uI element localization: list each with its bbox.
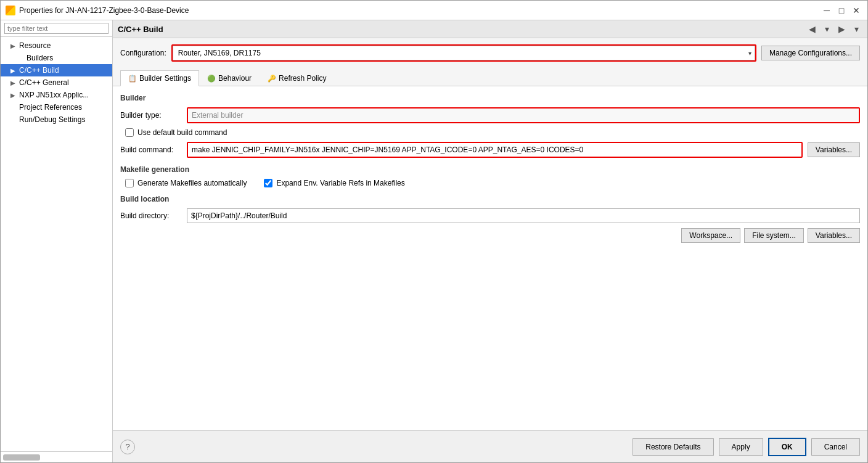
sidebar-item-run-debug[interactable]: Run/Debug Settings (1, 113, 112, 126)
sidebar: ▶ Resource Builders ▶ C/C++ Build ▶ C/C+… (1, 20, 113, 462)
dropdown-button[interactable]: ▾ (821, 23, 833, 35)
use-default-label: Use default build command (137, 128, 227, 137)
tab-builder-settings[interactable]: 📋 Builder Settings (120, 70, 199, 86)
build-location-variables-button[interactable]: Variables... (808, 228, 860, 243)
back-button[interactable]: ◀ (806, 23, 818, 35)
makefile-section-header: Makefile generation (120, 165, 860, 174)
build-location-header: Build location (120, 195, 860, 203)
sidebar-item-label: Builders (27, 54, 53, 62)
search-input[interactable] (4, 23, 108, 34)
panel-title: C/C++ Build (118, 25, 163, 34)
app-icon (6, 6, 15, 15)
sidebar-item-label: C/C++ General (19, 78, 69, 87)
bottom-left: ? (120, 440, 628, 454)
forward-button[interactable]: ▶ (835, 23, 848, 35)
main-window: Properties for JN-AN-1217-Zigbee-3-0-Bas… (0, 0, 868, 463)
panel-title-text: C/C++ Build (118, 25, 163, 34)
generate-makefiles-label: Generate Makefiles automatically (137, 179, 247, 187)
apply-button[interactable]: Apply (719, 438, 763, 456)
config-label: Configuration: (120, 49, 166, 57)
close-button[interactable]: ✕ (850, 4, 862, 17)
builder-section-header: Builder (120, 94, 860, 102)
tab-label: Behaviour (218, 74, 252, 83)
tab-label: Builder Settings (139, 74, 191, 83)
sidebar-items: ▶ Resource Builders ▶ C/C++ Build ▶ C/C+… (1, 37, 112, 451)
refresh-policy-icon: 🔑 (268, 75, 276, 83)
sidebar-item-label: Run/Debug Settings (19, 115, 85, 124)
tab-behaviour[interactable]: 🟢 Behaviour (199, 70, 260, 86)
panel-toolbar: C/C++ Build ◀ ▾ ▶ ▾ (113, 20, 867, 38)
sidebar-item-builders[interactable]: Builders (1, 52, 112, 64)
sidebar-item-cpp-build[interactable]: ▶ C/C++ Build (1, 64, 112, 76)
title-bar: Properties for JN-AN-1217-Zigbee-3-0-Bas… (1, 1, 867, 20)
sidebar-item-label: C/C++ Build (19, 66, 59, 75)
right-panel: C/C++ Build ◀ ▾ ▶ ▾ Configuration: Route… (113, 20, 867, 462)
build-location-buttons: Workspace... File system... Variables... (120, 228, 860, 243)
sidebar-item-label: NXP JN51xx Applic... (19, 91, 89, 99)
cancel-button[interactable]: Cancel (811, 438, 860, 456)
builder-settings-icon: 📋 (128, 75, 137, 83)
build-command-variables-button[interactable]: Variables... (808, 142, 860, 157)
configuration-select[interactable]: Router, JN5169, DR1175 (173, 46, 755, 60)
configuration-row: Configuration: Router, JN5169, DR1175 ▾ … (113, 38, 867, 68)
toolbar-buttons: ◀ ▾ ▶ ▾ (806, 23, 862, 35)
use-default-checkbox-row: Use default build command (125, 128, 860, 137)
main-content: ▶ Resource Builders ▶ C/C++ Build ▶ C/C+… (1, 20, 867, 462)
build-command-row: Build command: Variables... (120, 142, 860, 158)
builder-type-label: Builder type: (120, 111, 182, 120)
tabs-row: 📋 Builder Settings 🟢 Behaviour 🔑 Refresh… (113, 68, 867, 86)
tab-refresh-policy[interactable]: 🔑 Refresh Policy (260, 70, 334, 86)
build-command-input[interactable] (188, 143, 801, 157)
builder-type-select[interactable]: External builder (188, 109, 859, 122)
builder-type-row: Builder type: External builder (120, 107, 860, 123)
arrow-icon: ▶ (10, 43, 17, 49)
help-button[interactable]: ? (120, 440, 135, 454)
restore-defaults-button[interactable]: Restore Defaults (633, 438, 713, 456)
arrow-icon: ▶ (10, 67, 17, 74)
expand-refs-label: Expand Env. Variable Refs in Makefiles (276, 179, 404, 187)
title-bar-controls: ─ □ ✕ (821, 4, 862, 17)
sidebar-scrollbar[interactable] (1, 451, 112, 462)
arrow-icon: ▶ (10, 92, 17, 99)
build-command-label: Build command: (120, 145, 182, 154)
build-dir-label: Build directory: (120, 211, 182, 220)
workspace-button[interactable]: Workspace... (681, 228, 740, 243)
sidebar-item-nxp[interactable]: ▶ NXP JN51xx Applic... (1, 89, 112, 101)
build-command-wrapper (187, 142, 803, 158)
arrow-icon: ▶ (10, 80, 17, 86)
expand-refs-checkbox[interactable] (264, 179, 272, 187)
sidebar-item-cpp-general[interactable]: ▶ C/C++ General (1, 76, 112, 89)
generate-makefiles-checkbox[interactable] (125, 179, 134, 187)
build-dir-input[interactable] (187, 208, 860, 223)
minimize-button[interactable]: ─ (821, 4, 833, 17)
ok-button[interactable]: OK (768, 438, 806, 456)
behaviour-icon: 🟢 (207, 75, 216, 83)
restore-button[interactable]: □ (835, 4, 848, 17)
manage-configurations-button[interactable]: Manage Configurations... (761, 46, 860, 60)
builder-type-wrapper: External builder (187, 107, 860, 123)
sidebar-item-label: Resource (19, 41, 51, 50)
sidebar-item-resource[interactable]: ▶ Resource (1, 39, 112, 52)
menu-button[interactable]: ▾ (850, 23, 862, 35)
generate-makefiles-row: Generate Makefiles automatically Expand … (125, 179, 860, 187)
makefile-section: Makefile generation Generate Makefiles a… (120, 165, 860, 187)
tab-label: Refresh Policy (279, 74, 326, 83)
sidebar-item-project-references[interactable]: Project References (1, 101, 112, 113)
window-title: Properties for JN-AN-1217-Zigbee-3-0-Bas… (19, 6, 189, 15)
content-area: Builder Builder type: External builder U… (113, 86, 867, 430)
config-select-wrapper: Router, JN5169, DR1175 ▾ (171, 44, 756, 62)
bottom-bar: ? Restore Defaults Apply OK Cancel (113, 430, 867, 462)
title-bar-left: Properties for JN-AN-1217-Zigbee-3-0-Bas… (6, 6, 189, 15)
sidebar-item-label: Project References (19, 103, 82, 112)
filesystem-button[interactable]: File system... (744, 228, 804, 243)
use-default-checkbox[interactable] (125, 128, 134, 137)
build-dir-row: Build directory: (120, 208, 860, 223)
scroll-thumb (3, 454, 40, 461)
build-location-section: Build location Build directory: Workspac… (120, 195, 860, 243)
sidebar-filter (1, 20, 112, 37)
